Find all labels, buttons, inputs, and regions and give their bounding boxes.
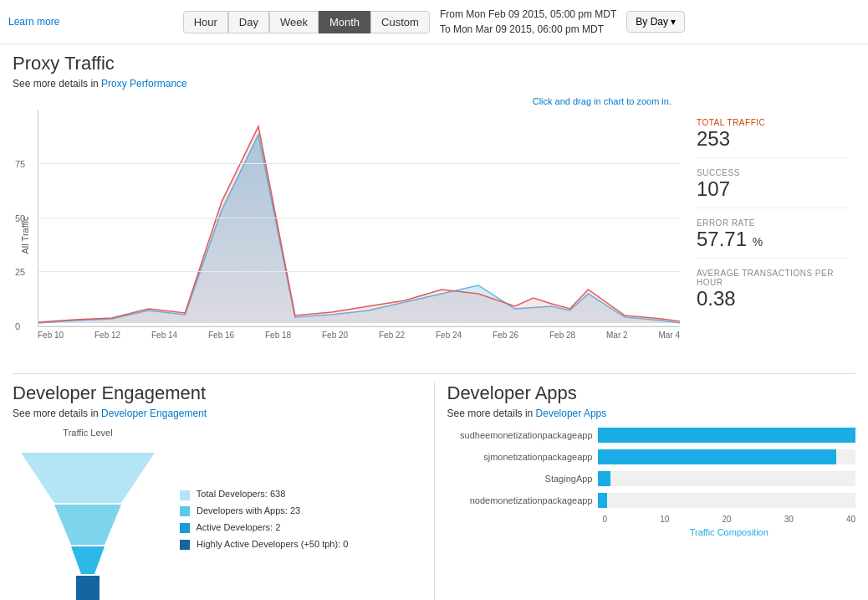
x-axis-labels: 0 10 20 30 40 [603,515,856,524]
legend-dot-2 [180,523,190,533]
learn-more-link[interactable]: Learn more [8,16,59,28]
error-rate-label: ERROR RATE [697,218,847,228]
dev-engagement-title: Developer Engagement [13,382,421,404]
y-tick-0: 0 [15,321,20,331]
x-label-feb14: Feb 14 [151,331,177,340]
total-traffic-label: TOTAL TRAFFIC [697,118,847,127]
x-tick-0: 0 [603,515,608,524]
funnel-level-4 [76,576,100,600]
x-label-feb24: Feb 24 [436,331,462,340]
legend-item-3: Highly Active Developers (+50 tph): 0 [180,536,348,553]
legend-item-0: Total Developers: 638 [180,486,348,503]
legend-dot-3 [180,540,190,550]
hour-button[interactable]: Hour [183,11,228,33]
bar-track-1 [598,449,856,464]
x-tick-30: 30 [784,515,794,524]
main-content: Proxy Traffic See more details in Proxy … [0,44,868,600]
x-tick-10: 10 [660,515,669,524]
subtitle-prefix: See more details in [13,78,101,90]
y-tick-25: 25 [15,267,25,277]
time-buttons: Hour Day Week Month Custom [183,11,430,33]
bar-track-0 [598,428,856,443]
legend-item-1: Developers with Apps: 23 [180,503,348,520]
stats-panel: TOTAL TRAFFIC 253 SUCCESS 107 ERROR RATE… [688,110,855,361]
bar-row-3: nodemonetizationpackageapp [456,493,856,508]
dev-apps-title: Developer Apps [447,382,856,404]
developer-engagement-section: Developer Engagement See more details in… [13,382,435,600]
x-tick-20: 20 [722,515,731,524]
funnel-label: Traffic Level [13,428,163,438]
bottom-sections: Developer Engagement See more details in… [13,373,855,600]
funnel-svg [13,444,163,600]
proxy-performance-link[interactable]: Proxy Performance [101,78,187,90]
proxy-traffic-section: Proxy Traffic See more details in Proxy … [13,53,855,361]
avg-trans-label: AVERAGE TRANSACTIONS PER HOUR [697,269,847,287]
x-label-mar2: Mar 2 [606,331,628,340]
bar-row-1: sjmonetizationpackageapp [456,449,856,464]
top-bar: Learn more Hour Day Week Month Custom Fr… [0,0,868,44]
success-value: 107 [697,177,847,201]
x-label-mar4: Mar 4 [658,331,680,340]
proxy-chart-svg [38,110,680,327]
zoom-hint: Click and drag in chart to zoom in. [13,96,855,106]
y-tick-50: 50 [15,213,25,223]
dev-apps-subtitle: See more details in Developer Apps [447,408,856,419]
funnel-container: Traffic Level Total [13,428,421,600]
bar-fill-0 [598,428,856,443]
proxy-traffic-title: Proxy Traffic [13,53,855,74]
bar-row-0: sudheemonetizationpackageapp [456,428,856,443]
day-button[interactable]: Day [228,11,269,33]
x-label-feb12: Feb 12 [94,331,120,340]
custom-button[interactable]: Custom [370,11,430,33]
dev-apps-link[interactable]: Developer Apps [536,408,607,419]
x-label-feb20: Feb 20 [322,331,348,340]
month-button[interactable]: Month [319,11,370,33]
chart-area[interactable]: 75 50 25 0 [38,110,680,327]
total-traffic-value: 253 [697,127,847,151]
legend-item-2: Active Developers: 2 [180,520,348,536]
x-label-feb22: Feb 22 [379,331,405,340]
funnel-legend: Total Developers: 638 Developers with Ap… [180,486,348,552]
funnel-level-2 [54,505,121,545]
by-day-button[interactable]: By Day ▾ [626,11,685,33]
date-from: From Mon Feb 09 2015, 05:00 pm MDT [440,7,616,22]
error-rate-value: 57.71 % [697,228,847,251]
funnel-level-3 [71,546,105,574]
bar-fill-3 [598,493,608,508]
bar-label-1: sjmonetizationpackageapp [456,452,598,462]
x-tick-40: 40 [846,515,855,524]
bar-fill-1 [598,449,836,464]
x-label-feb28: Feb 28 [549,331,575,340]
bar-chart-area: sudheemonetizationpackageapp sjmonetizat… [447,428,856,537]
legend-dot-0 [180,490,190,500]
bar-row-2: StagingApp [456,471,856,486]
bar-fill-2 [598,471,610,486]
x-label-feb16: Feb 16 [208,331,234,340]
dev-engagement-link[interactable]: Developer Engagement [101,408,207,419]
bar-track-2 [598,471,856,486]
x-label-feb26: Feb 26 [493,331,518,340]
x-label-feb10: Feb 10 [38,331,64,340]
dev-engagement-subtitle: See more details in Developer Engagement [13,408,421,419]
chart-container: All Traffic 75 50 25 0 [13,110,680,361]
traffic-section: All Traffic 75 50 25 0 [13,110,855,361]
bar-label-0: sudheemonetizationpackageapp [456,430,598,440]
success-stat: SUCCESS 107 [697,168,847,208]
red-line [38,126,680,322]
legend-dot-1 [180,506,190,516]
bar-label-2: StagingApp [456,474,598,484]
week-button[interactable]: Week [269,11,319,33]
proxy-traffic-subtitle: See more details in Proxy Performance [13,78,855,90]
avg-trans-value: 0.38 [697,287,847,310]
x-axis-title: Traffic Composition [603,527,856,537]
bar-label-3: nodemonetizationpackageapp [456,495,598,505]
avg-trans-stat: AVERAGE TRANSACTIONS PER HOUR 0.38 [697,269,847,317]
total-traffic-stat: TOTAL TRAFFIC 253 [697,118,847,158]
x-label-feb18: Feb 18 [265,331,291,340]
funnel-level-1 [21,453,155,503]
developer-apps-section: Developer Apps See more details in Devel… [435,382,856,600]
bar-track-3 [598,493,856,508]
funnel-wrapper: Traffic Level [13,428,163,600]
success-label: SUCCESS [697,168,847,177]
date-range: From Mon Feb 09 2015, 05:00 pm MDT To Mo… [440,7,616,37]
